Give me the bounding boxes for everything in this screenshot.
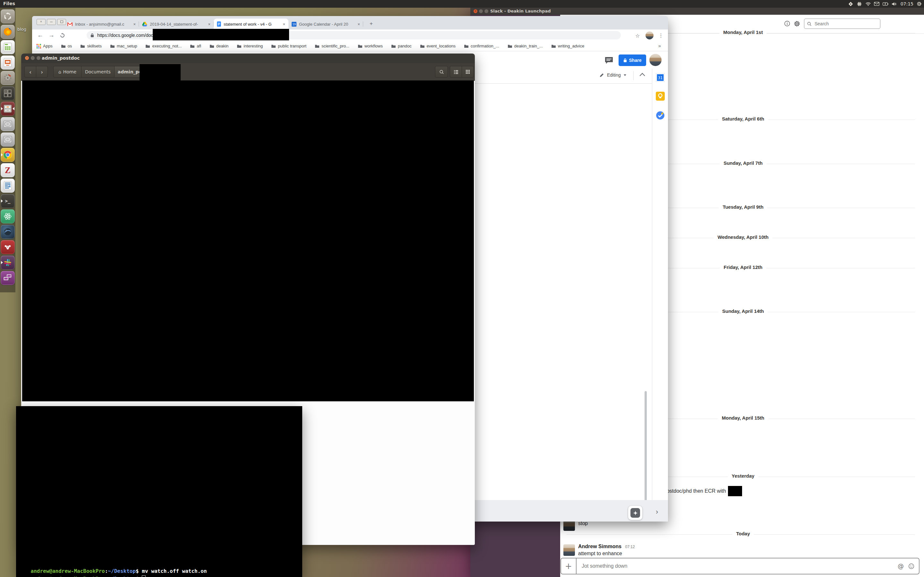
keep-icon[interactable] [656, 92, 665, 101]
explore-button[interactable] [628, 506, 642, 520]
browser-tab-1[interactable]: Inbox - anjsimmo@gmail.c× [64, 19, 139, 29]
launcher-item-slack-icon[interactable] [1, 255, 15, 269]
launcher-item-atom-icon[interactable] [1, 210, 15, 223]
bookmark-os[interactable]: os [61, 44, 72, 48]
attach-plus-button[interactable]: + [561, 558, 577, 574]
mentions-icon[interactable]: @ [898, 562, 904, 570]
browser-tab-2[interactable]: 2019-04-14_statement-of-× [139, 19, 214, 29]
side-panel-chevron[interactable]: › [656, 508, 658, 516]
volume-icon[interactable] [891, 1, 897, 6]
minimize-icon[interactable] [479, 9, 483, 13]
bookmark-writing-advice[interactable]: writing_advice [551, 44, 584, 48]
back-button[interactable]: ‹ [24, 66, 36, 77]
grid-view-button[interactable] [462, 66, 474, 77]
maximize-icon[interactable] [485, 9, 488, 13]
minimize-icon[interactable] [47, 19, 56, 25]
maximize-icon[interactable] [37, 56, 40, 60]
info-icon[interactable] [784, 21, 790, 27]
launcher-item-disk-drive-icon-2[interactable] [1, 132, 15, 147]
battery-icon[interactable] [883, 1, 888, 6]
close-icon[interactable]: × [25, 56, 29, 60]
sync-icon[interactable] [848, 1, 854, 6]
bookmark-deakin[interactable]: deakin [210, 44, 228, 48]
bookmark-executing-not-[interactable]: executing_not... [145, 44, 182, 48]
launcher-item-globe-dark-icon[interactable] [1, 225, 15, 239]
share-button[interactable]: Share [619, 55, 646, 66]
launcher-item-firefox-icon[interactable] [1, 25, 15, 39]
tasks-icon[interactable] [656, 111, 665, 120]
files-titlebar[interactable]: × – admin_postdoc [21, 53, 475, 63]
bookmark-workflows[interactable]: workflows [358, 44, 383, 48]
launcher-item-terminal-icon[interactable]: >_ [1, 194, 15, 208]
avatar[interactable] [646, 31, 654, 39]
reload-icon[interactable] [60, 33, 65, 38]
close-icon[interactable]: × [473, 9, 477, 13]
launcher-item-disk-drive-icon[interactable] [1, 117, 15, 131]
bookmarks-overflow-chevron[interactable]: » [658, 43, 661, 48]
bookmark-interesting[interactable]: interesting [237, 44, 263, 48]
mail-icon[interactable] [874, 1, 880, 6]
slack-titlebar[interactable]: × Slack - Deakin Launchpad [470, 8, 924, 15]
bookmark-apps[interactable]: Apps [37, 44, 53, 48]
collapse-toolbar-icon[interactable] [640, 73, 645, 79]
launcher-item-system-settings-icon[interactable] [1, 71, 15, 85]
avatar[interactable] [649, 54, 662, 66]
launcher-item-workspace-switcher-icon[interactable] [1, 86, 15, 100]
lock-icon[interactable] [90, 33, 94, 37]
focused-app-name[interactable]: Files [3, 1, 15, 6]
editing-mode-dropdown[interactable]: Editing [599, 73, 626, 77]
date-separator-label[interactable]: Tuesday, April 9th [719, 204, 767, 210]
message-input-box[interactable]: + @ [561, 558, 919, 574]
wifi-icon[interactable] [865, 1, 871, 6]
session-gear-icon[interactable] [916, 1, 922, 6]
launcher-item-mendeley-icon[interactable] [1, 240, 15, 254]
launcher-item-files-icon[interactable] [1, 102, 15, 116]
browser-tab-4[interactable]: 19Google Calendar - April 20× [288, 19, 363, 29]
date-separator-label[interactable]: Monday, April 15th [718, 415, 768, 421]
breadcrumb-documents[interactable]: Documents [81, 66, 115, 77]
bookmark-scientific-pro-[interactable]: scientific_pro... [315, 44, 349, 48]
date-separator-label[interactable]: Sunday, April 7th [720, 160, 766, 166]
launcher-item-ubuntu-dash-icon[interactable] [1, 9, 15, 23]
clock[interactable]: 07:15 [901, 1, 913, 6]
launcher-item-zotero-icon[interactable]: Z [1, 163, 15, 177]
tab-close-icon[interactable]: × [283, 22, 285, 27]
gear-icon[interactable] [794, 21, 800, 27]
forward-button[interactable]: › [36, 66, 48, 77]
bookmark-afl[interactable]: afl [190, 44, 201, 48]
bookmark-pandoc[interactable]: pandoc [391, 44, 412, 48]
date-separator-label[interactable]: Sunday, April 14th [718, 308, 768, 314]
terminal-window[interactable]: andrew@andrew-MacBookPro:~/Desktop$ mv w… [16, 406, 302, 577]
launcher-item-libreoffice-calc-icon[interactable] [1, 40, 15, 54]
desktop-folder-label[interactable]: blog [17, 27, 26, 32]
breadcrumb-home[interactable]: ⌂Home [53, 66, 81, 77]
date-separator-label[interactable]: Monday, April 1st [719, 29, 766, 35]
bookmark-event-locations[interactable]: event_locations [420, 44, 456, 48]
bookmark-public-transport[interactable]: public transport [271, 44, 306, 48]
forward-icon[interactable]: → [48, 32, 55, 39]
bookmark-confirmation-[interactable]: confirmation_... [464, 44, 499, 48]
date-separator-label[interactable]: Saturday, April 6th [718, 116, 768, 121]
date-separator-label[interactable]: Today [732, 531, 754, 536]
search-input[interactable] [814, 21, 870, 27]
minimize-icon[interactable]: – [31, 56, 35, 60]
tab-close-icon[interactable]: × [357, 22, 360, 27]
gcal-icon[interactable]: 31 [656, 73, 665, 82]
message-input[interactable] [577, 558, 898, 574]
terminal-prompt-line[interactable]: andrew@andrew-MacBookPro:~/Desktop$ [18, 569, 145, 577]
bookmark-mac-setup[interactable]: mac_setup [110, 44, 137, 48]
date-separator-label[interactable]: Yesterday [728, 473, 758, 479]
launcher-item-chrome-icon[interactable] [1, 148, 15, 162]
date-separator-label[interactable]: Wednesday, April 10th [714, 234, 772, 240]
message-username[interactable]: Andrew Simmons [578, 544, 622, 549]
new-tab-button[interactable]: + [370, 21, 373, 27]
back-icon[interactable]: ← [37, 32, 43, 39]
emoji-icon[interactable] [908, 563, 914, 569]
launcher-item-libreoffice-impress-icon[interactable] [1, 55, 15, 69]
date-separator-label[interactable]: Friday, April 12th [720, 264, 766, 270]
kebab-menu-icon[interactable]: ⋮ [658, 32, 664, 39]
launcher-item-libreoffice-writer-icon[interactable] [1, 179, 15, 193]
tab-close-icon[interactable]: × [133, 22, 136, 27]
tab-close-icon[interactable]: × [208, 22, 210, 27]
browser-tab-3[interactable]: statement of work - v4 - G× [214, 19, 288, 29]
